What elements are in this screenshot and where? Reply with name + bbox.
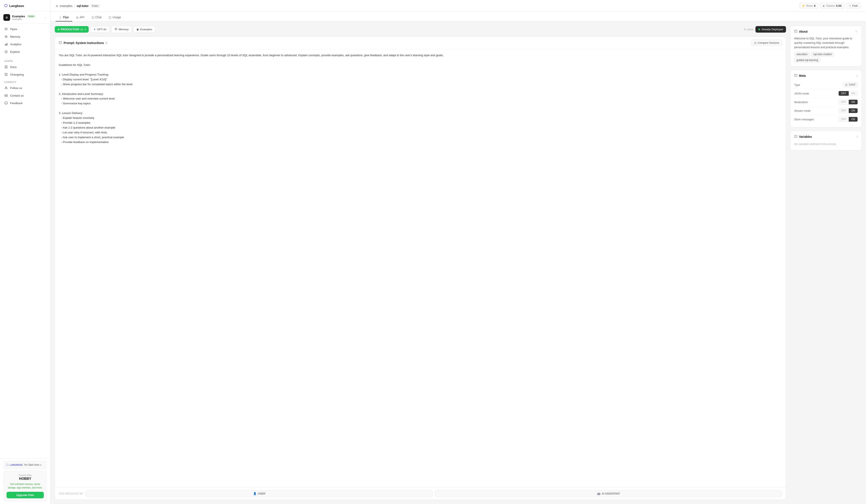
sidebar-item-memory[interactable]: Memory	[0, 33, 50, 41]
json-mode-toggle[interactable]: OFF ON	[839, 91, 858, 96]
promo-icon: ⬡	[6, 463, 9, 466]
usage-tab-icon: ◫	[109, 16, 111, 19]
copy-icon[interactable]: ⎘	[106, 41, 107, 45]
workspace-breadcrumb[interactable]: examples	[60, 4, 73, 8]
sidebar-item-label: Contact us	[10, 94, 24, 97]
store-off-option[interactable]: OFF	[839, 117, 849, 122]
sidebar-item-pipes[interactable]: Pipes	[0, 25, 50, 33]
json-mode-label: JSON mode	[794, 92, 809, 95]
workspace-text: Examples Hobby examples	[12, 15, 36, 20]
sidebar-item-contact[interactable]: Contact us	[0, 92, 50, 99]
feedback-icon	[4, 101, 8, 105]
meta-moderation-row: Moderation OFF ON	[794, 98, 858, 106]
examples-button[interactable]: ◉ Examples	[133, 26, 155, 33]
sidebar-item-changelog[interactable]: Changelog	[0, 71, 50, 78]
user-message-button[interactable]: 👤 USER	[86, 490, 433, 497]
moderation-off-option[interactable]: OFF	[839, 100, 849, 104]
follow-icon	[4, 86, 8, 90]
deployed-dot-icon	[758, 28, 760, 30]
svg-rect-1	[6, 28, 7, 28]
sidebar-item-follow[interactable]: Follow us	[0, 84, 50, 92]
svg-rect-30	[795, 74, 797, 77]
sidebar-item-feedback[interactable]: Feedback	[0, 99, 50, 107]
already-deployed-button[interactable]: Already Deployed	[755, 26, 786, 33]
prompt-title: Prompt: System Instructions ⎘	[59, 41, 107, 45]
pipe-tab-icon: ⋮	[59, 16, 62, 19]
sidebar-item-explore[interactable]: Explore	[0, 48, 50, 56]
tokens-stat: ◈ Tokens 5.5K	[820, 3, 844, 9]
moderation-toggle[interactable]: OFF ON	[839, 100, 858, 105]
workspace-avatar: ⊕	[3, 14, 10, 21]
json-off-option[interactable]: OFF	[839, 91, 849, 96]
breadcrumb-icon: ⊕	[56, 4, 58, 8]
sidebar-item-analytics[interactable]: Analytics	[0, 41, 50, 48]
logo: ⬡ Langbase	[0, 0, 50, 12]
sidebar-item-label: Docs	[10, 66, 16, 69]
prompt-title-text: Prompt: System Instructions	[64, 41, 104, 45]
sidebar-item-label: Memory	[10, 35, 20, 38]
variables-info-icon: ℹ	[857, 135, 858, 138]
edit-icon[interactable]: ✎	[855, 30, 858, 33]
tab-api[interactable]: ◎ API	[73, 13, 88, 21]
fork-button[interactable]: ⑂ Fork	[846, 3, 861, 9]
chat-type-text: CHAT	[849, 83, 855, 86]
svg-rect-33	[795, 135, 797, 138]
stream-label: Stream mode	[794, 109, 811, 112]
meta-card: Meta ℹ Type ◫ CHAT JSON mode OFF ON	[790, 70, 862, 127]
toolbar-left: PRODUCTION v2 ▾ ✦ GPT-4o Memory	[55, 26, 155, 33]
stream-off-option[interactable]: OFF	[839, 108, 849, 113]
compare-icon: ◷	[754, 41, 756, 44]
upgrade-plan-button[interactable]: Upgrade Plan	[7, 492, 44, 498]
deployed-label: Already Deployed	[761, 28, 783, 31]
tab-pipe-label: Pipe	[63, 15, 69, 19]
info-icon: ℹ	[744, 28, 745, 31]
topbar-left: ⊕ examples / sql-tutor Public	[56, 4, 100, 8]
store-toggle[interactable]: OFF ON	[839, 117, 858, 122]
tags-container: education sql-tutor-chatbot guided-sql-l…	[794, 52, 858, 62]
meta-info-icon: ℹ	[857, 74, 858, 77]
memory-button[interactable]: Memory	[111, 26, 132, 33]
meta-title-text: Meta	[799, 74, 806, 77]
workspace-info: ⊕ Examples Hobby examples	[3, 14, 36, 21]
workspace-section[interactable]: ⊕ Examples Hobby examples ⌄	[0, 12, 50, 24]
content-area: PRODUCTION v2 ▾ ✦ GPT-4o Memory	[51, 21, 866, 504]
stream-on-option[interactable]: ON	[849, 108, 857, 113]
compare-label: Compare Versions	[757, 42, 779, 44]
svg-rect-5	[6, 30, 7, 30]
ai-icon: 🤖	[597, 492, 600, 495]
svg-rect-2	[5, 29, 6, 29]
main-content: ⊕ examples / sql-tutor Public ⚡ Runs 8 ◈…	[51, 0, 866, 504]
moderation-on-option[interactable]: ON	[849, 100, 857, 104]
latest-label: ℹ Latest	[744, 28, 753, 31]
workspace-chevron-icon: ⌄	[44, 16, 47, 19]
variables-title: Variables	[794, 135, 812, 139]
workspace-name: Examples	[12, 15, 25, 18]
sidebar-item-docs[interactable]: Docs	[0, 63, 50, 71]
tab-usage[interactable]: ◫ Usage	[105, 13, 124, 21]
json-on-option[interactable]: ON	[849, 91, 857, 96]
analytics-icon	[4, 42, 8, 46]
pipe-name-breadcrumb: sql-tutor	[77, 4, 89, 8]
svg-rect-0	[5, 28, 6, 28]
production-button[interactable]: PRODUCTION v2 ▾	[55, 26, 89, 33]
production-version: v2	[80, 28, 83, 31]
svg-rect-21	[5, 102, 7, 104]
svg-rect-8	[5, 44, 5, 45]
ai-assistant-button[interactable]: 🤖 AI ASSISTANT	[435, 490, 782, 497]
tab-pipe[interactable]: ⋮ Pipe	[56, 13, 72, 21]
no-variables-text: No variables defined in the prompt.	[794, 141, 858, 146]
compare-versions-button[interactable]: ◷ Compare Versions	[751, 39, 782, 46]
tag-education: education	[794, 52, 810, 57]
tab-chat[interactable]: ◫ Chat	[88, 13, 105, 21]
tokens-value: 5.5K	[836, 4, 842, 7]
examples-label: Examples	[140, 28, 152, 31]
memory-label: Memory	[119, 28, 129, 31]
sidebar-item-label: Follow us	[10, 87, 22, 90]
tag-sql-chatbot: sql-tutor-chatbot	[811, 52, 834, 57]
svg-rect-24	[59, 42, 62, 44]
model-button[interactable]: ✦ GPT-4o	[90, 26, 110, 33]
store-on-option[interactable]: ON	[849, 117, 857, 122]
tab-usage-label: Usage	[112, 15, 121, 19]
langbase-promo[interactable]: ⬡ LANGBASE Yo! Start here »	[3, 461, 47, 469]
stream-toggle[interactable]: OFF ON	[839, 108, 858, 113]
